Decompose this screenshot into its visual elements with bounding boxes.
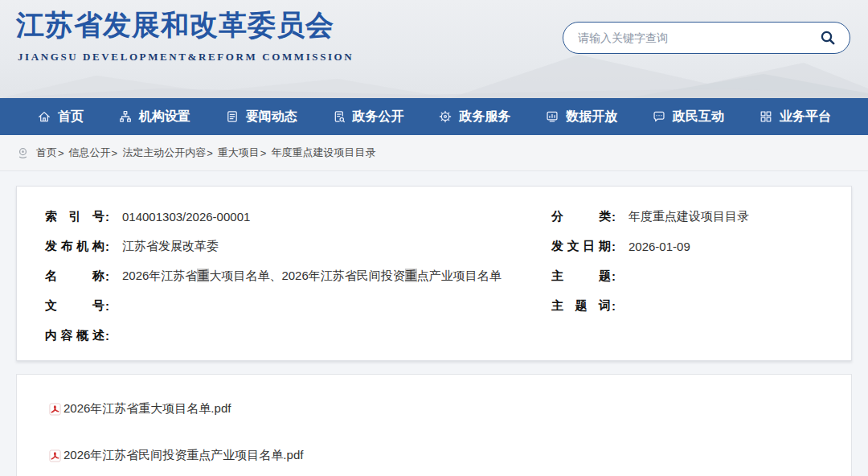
nav-item[interactable]: 首页 [37, 109, 84, 125]
breadcrumb: 首页>信息公开>法定主动公开内容>重大项目>年度重点建设项目目录 [0, 135, 868, 171]
nav-item[interactable]: 机构设置 [118, 109, 190, 125]
metadata-colon: : [105, 329, 109, 343]
platform-icon [759, 109, 773, 124]
metadata-row: 索引号:014001303/2026-00001分类:年度重点建设项目目录 [45, 202, 823, 232]
breadcrumb-separator: > [112, 147, 118, 159]
breadcrumb-item[interactable]: 信息公开 [69, 146, 111, 160]
metadata-label: 文号 [45, 298, 104, 314]
nav-item-label: 业务平台 [780, 109, 831, 125]
site-title: 江苏省发展和改革委员会 [16, 6, 334, 44]
breadcrumb-item[interactable]: 法定主动公开内容 [122, 146, 206, 160]
attachments-card: 2026年江苏省重大项目名单.pdf2026年江苏省民间投资重点产业项目名单.p… [16, 374, 852, 476]
metadata-cell: 索引号:014001303/2026-00001 [45, 209, 551, 224]
site-header: 江苏省发展和改革委员会 JIANGSU DEVELOPMENT&REFORM C… [0, 0, 868, 98]
metadata-cell: 分类:年度重点建设项目目录 [551, 209, 823, 224]
breadcrumb-item[interactable]: 年度重点建设项目目录 [271, 146, 375, 160]
nav-item[interactable]: 数据开放 [545, 109, 617, 125]
nav-item[interactable]: 政务公开 [332, 109, 404, 125]
metadata-colon: : [105, 240, 109, 253]
nav-item-label: 首页 [58, 109, 84, 125]
nav-item-label: 要闻动态 [246, 109, 297, 125]
nav-item-label: 政务服务 [459, 109, 510, 125]
interact-icon [652, 109, 666, 124]
main-nav: 首页机构设置要闻动态政务公开政务服务数据开放政民互动业务平台 [0, 98, 868, 135]
metadata-label: 发文日期 [551, 239, 611, 254]
metadata-colon: : [105, 210, 109, 224]
breadcrumb-separator: > [260, 147, 267, 159]
attachment-link[interactable]: 2026年江苏省重大项目名单.pdf [49, 400, 231, 417]
metadata-cell: 发文日期:2026-01-09 [551, 239, 823, 254]
keyword-highlight: 重 [197, 269, 209, 282]
keyword-highlight: 重 [405, 269, 417, 282]
breadcrumb-separator: > [58, 147, 64, 159]
pdf-icon [49, 403, 61, 416]
metadata-value: 014001303/2026-00001 [122, 210, 250, 224]
home-icon [37, 109, 51, 124]
breadcrumb-item[interactable]: 重大项目 [218, 146, 260, 160]
nav-item[interactable]: 业务平台 [759, 109, 831, 125]
metadata-cell: 文号: [45, 298, 551, 314]
metadata-label: 主题 [551, 269, 611, 284]
metadata-cell: 主题: [551, 269, 823, 284]
data-icon [545, 109, 559, 124]
attachment-filename: 2026年江苏省重大项目名单.pdf [63, 401, 231, 416]
metadata-row: 发布机构:江苏省发展改革委发文日期:2026-01-09 [45, 232, 823, 261]
service-icon [438, 109, 452, 124]
news-icon [225, 109, 240, 124]
metadata-colon: : [612, 240, 616, 253]
search-input[interactable] [578, 31, 818, 44]
page-content: 索引号:014001303/2026-00001分类:年度重点建设项目目录发布机… [0, 171, 868, 476]
metadata-cell: 发布机构:江苏省发展改革委 [45, 239, 551, 254]
nav-item-label: 政民互动 [673, 109, 724, 125]
search-icon[interactable] [818, 28, 837, 47]
metadata-label: 发布机构 [45, 239, 104, 254]
nav-item[interactable]: 政务服务 [438, 109, 510, 125]
metadata-value: 2026年江苏省重大项目名单、2026年江苏省民间投资重点产业项目名单 [122, 269, 502, 284]
metadata-value: 江苏省发展改革委 [122, 239, 219, 254]
metadata-colon: : [105, 269, 109, 283]
metadata-cell: 名称:2026年江苏省重大项目名单、2026年江苏省民间投资重点产业项目名单 [45, 269, 551, 284]
attachment-link[interactable]: 2026年江苏省民间投资重点产业项目名单.pdf [49, 447, 303, 464]
nav-item-label: 政务公开 [353, 109, 404, 125]
metadata-colon: : [105, 299, 109, 313]
metadata-colon: : [612, 299, 616, 313]
metadata-label: 分类 [551, 209, 611, 224]
metadata-label: 主题词 [551, 298, 611, 314]
nav-item-label: 机构设置 [139, 109, 190, 125]
metadata-label: 内容概述 [45, 328, 104, 343]
metadata-cell: 主题词: [551, 298, 823, 314]
breadcrumb-item[interactable]: 首页 [36, 146, 57, 160]
search-box [563, 22, 850, 54]
nav-item[interactable]: 要闻动态 [225, 109, 297, 125]
location-icon [16, 146, 30, 160]
nav-item-label: 数据开放 [566, 109, 617, 125]
nav-item[interactable]: 政民互动 [652, 109, 724, 125]
metadata-value: 2026-01-09 [628, 240, 690, 253]
metadata-value: 年度重点建设项目目录 [628, 209, 749, 224]
site-subtitle-en: JIANGSU DEVELOPMENT&REFORM COMMISSION [18, 51, 354, 64]
metadata-row: 名称:2026年江苏省重大项目名单、2026年江苏省民间投资重点产业项目名单主题… [45, 261, 823, 291]
gov-open-icon [332, 109, 346, 124]
document-metadata-card: 索引号:014001303/2026-00001分类:年度重点建设项目目录发布机… [16, 186, 852, 361]
metadata-cell: 内容概述: [45, 328, 551, 343]
metadata-row: 文号:主题词: [45, 291, 823, 321]
metadata-label: 索引号 [45, 209, 104, 224]
metadata-colon: : [612, 269, 616, 283]
org-icon [118, 109, 133, 124]
metadata-row: 内容概述: [45, 321, 823, 351]
metadata-colon: : [612, 210, 616, 224]
attachment-filename: 2026年江苏省民间投资重点产业项目名单.pdf [63, 448, 303, 463]
breadcrumb-separator: > [207, 147, 213, 159]
pdf-icon [49, 449, 61, 462]
metadata-label: 名称 [45, 269, 104, 284]
